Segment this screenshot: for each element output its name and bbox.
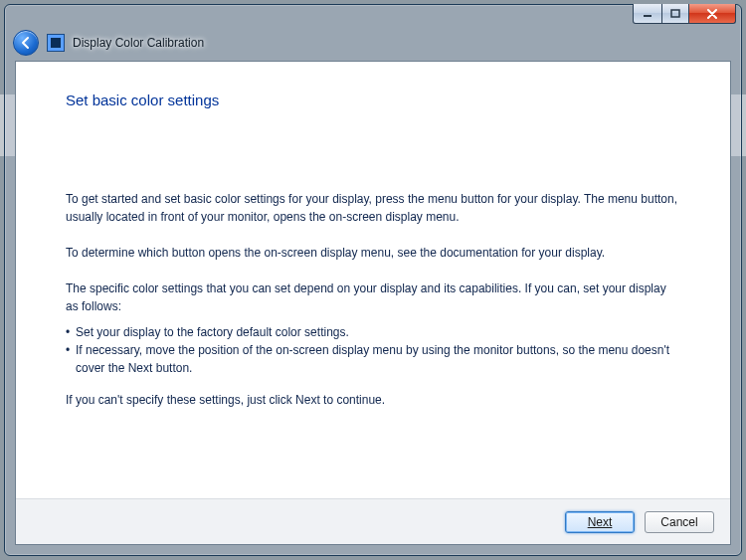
maximize-icon xyxy=(670,9,680,19)
next-button[interactable]: Next xyxy=(565,511,635,533)
instruction-list: Set your display to the factory default … xyxy=(66,323,680,377)
caption-buttons xyxy=(633,4,736,24)
close-button[interactable] xyxy=(689,4,736,24)
list-item: If necessary, move the position of the o… xyxy=(66,341,680,377)
client-area: Set basic color settings To get started … xyxy=(15,61,731,545)
cancel-button[interactable]: Cancel xyxy=(645,511,714,533)
content-area: Set basic color settings To get started … xyxy=(16,62,730,544)
paragraph-docs: To determine which button opens the on-s… xyxy=(66,244,680,262)
minimize-button[interactable] xyxy=(633,4,662,24)
next-button-label: Next xyxy=(588,515,613,529)
arrow-left-icon xyxy=(19,36,33,50)
titlebar xyxy=(5,5,741,29)
app-title: Display Color Calibration xyxy=(73,36,204,50)
minimize-icon xyxy=(643,9,653,19)
maximize-button[interactable] xyxy=(662,4,689,24)
close-icon xyxy=(706,9,718,19)
svg-rect-0 xyxy=(644,15,652,17)
page-heading: Set basic color settings xyxy=(66,90,680,112)
paragraph-continue: If you can't specify these settings, jus… xyxy=(66,391,680,409)
list-item: Set your display to the factory default … xyxy=(66,323,680,341)
wizard-window: Display Color Calibration Set basic colo… xyxy=(4,4,742,556)
footer-bar: Next Cancel xyxy=(16,498,730,544)
paragraph-capabilities: The specific color settings that you can… xyxy=(66,280,680,315)
back-button[interactable] xyxy=(13,30,39,56)
svg-rect-1 xyxy=(671,10,679,17)
paragraph-intro: To get started and set basic color setti… xyxy=(66,190,680,226)
header-bar: Display Color Calibration xyxy=(5,29,741,57)
app-icon xyxy=(47,34,65,52)
